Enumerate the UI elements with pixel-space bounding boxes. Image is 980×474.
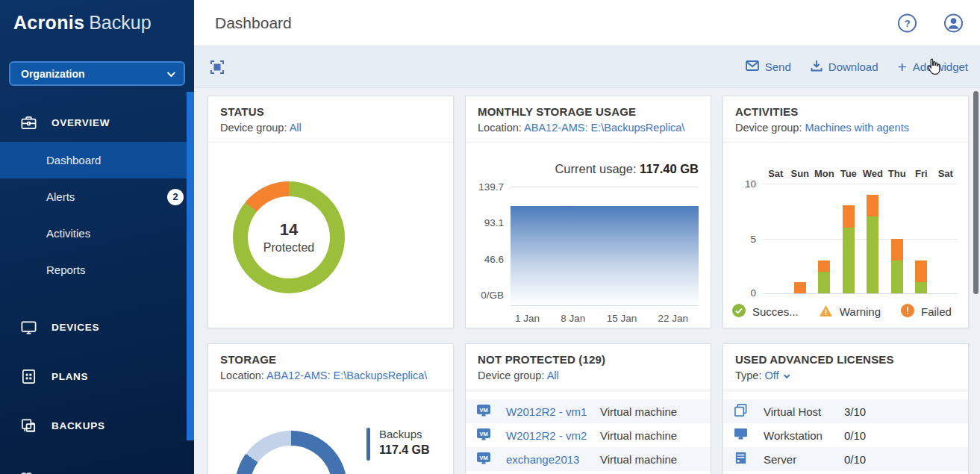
machine-row[interactable]: VM W2012R2 - vm1 Virtual machine [466,399,711,423]
status-title: STATUS [220,105,441,118]
machine-row[interactable]: VM W2012R2 - vm2 Virtual machine [466,423,711,447]
success-circle-icon [732,304,746,319]
location-link[interactable]: ABA12-AMS: E:\BackupsReplica\ [524,122,684,134]
status-donut: 14 Protected [233,181,345,293]
sidebar-item-label: Dashboard [46,154,101,166]
page-title: Dashboard [215,14,292,32]
brand-light: Backup [89,12,151,33]
monthly-storage-widget: MONTHLY STORAGE USAGE Location: ABA12-AM… [465,96,711,328]
machine-row[interactable]: VM exchange2013 Virtual machine [466,447,711,471]
overview-icon [20,114,37,131]
sidebar-scrollbar[interactable] [187,92,194,440]
activities-chart: 10 5 0 [764,184,958,294]
vm-icon: VM [476,404,506,420]
download-label: Download [828,60,878,73]
devices-icon [20,319,37,336]
dashboard-toolbar: Send Download + Add widget [194,46,980,88]
not-protected-title: NOT PROTECTED (129) [478,353,699,366]
location-link[interactable]: ABA12-AMS: E:\BackupsReplica\ [266,369,427,381]
help-button[interactable]: ? [897,13,917,33]
sidebar-item-reports[interactable]: Reports [0,252,194,288]
add-widget-label: Add widget [913,60,968,73]
backups-value: 117.4 GB [379,442,430,458]
sidebar-item-overview[interactable]: OVERVIEW [0,103,194,142]
activities-bars [764,184,958,293]
svg-text:?: ? [904,17,910,28]
add-widget-button[interactable]: + Add widget [898,60,968,73]
activities-widget: ACTIVITIES Device group: Machines with a… [722,96,969,328]
sidebar-item-plans[interactable]: PLANS [0,357,194,396]
backups-label: Backups [379,426,430,442]
backups-icon [20,417,37,434]
current-usage-value: 117.40 GB [640,162,699,175]
type-filter-link[interactable]: Off [765,369,779,381]
dashboard-content: STATUS Device group: All 14 Protected [194,88,980,474]
sidebar-item-alerts[interactable]: Alerts 2 [0,178,194,215]
not-protected-subtitle: Device group: All [478,369,699,381]
licenses-subtitle: Type: Off [735,369,956,381]
activity-bar-5 [891,184,903,293]
organization-selector-label: Organization [21,68,85,80]
envelope-icon [746,60,759,73]
send-button[interactable]: Send [746,60,791,73]
storage-x-axis: 1 Jan 8 Jan 15 Jan 22 Jan [515,313,688,324]
activity-bar-1 [794,184,806,293]
brand-logo: AcronisBackup [13,12,152,34]
storage-donut [235,431,347,474]
page-scrollbar[interactable] [973,91,979,294]
day-label: Wed [863,168,883,179]
storage-legend: Backups 117.4 GB [366,426,430,461]
sidebar-item-label: BACKUPS [52,420,105,431]
plans-icon [20,368,37,385]
legend-succeeded[interactable]: Succes... [732,304,799,319]
monthly-storage-subtitle: Location: ABA12-AMS: E:\BackupsReplica\ [478,122,699,134]
sidebar-item-activities[interactable]: Activities [0,215,194,252]
sidebar-item-label: PLANS [52,371,88,382]
user-account-button[interactable] [943,13,964,33]
sidebar-item-dashboard[interactable]: Dashboard [0,142,194,178]
download-button[interactable]: Download [811,60,878,74]
more-icon [20,470,38,474]
storage-area [511,206,699,305]
license-row[interactable]: Virtual Host 3/10 [723,399,968,423]
device-group-link[interactable]: All [547,369,559,381]
main-area: Dashboard ? Send [194,0,980,474]
vm-icon: VM [476,452,506,467]
svg-text:VM: VM [479,406,487,413]
licenses-title: USED ADVANCED LICENSES [735,353,956,366]
status-widget: STATUS Device group: All 14 Protected [207,96,454,328]
device-group-link[interactable]: All [290,122,302,134]
organization-selector[interactable]: Organization [9,61,185,86]
activities-subtitle: Device group: Machines with agents [735,122,956,134]
activities-legend: Succes... Warning [732,304,968,319]
sidebar-item-devices[interactable]: DEVICES [0,308,194,346]
activity-bar-7 [940,184,952,293]
activity-bar-4 [867,184,878,293]
fullscreen-button[interactable] [210,60,224,74]
license-row[interactable]: Workstation 0/10 [723,423,968,447]
page-header: Dashboard ? [194,0,980,46]
sidebar-item-label: Alerts [46,190,75,203]
alerts-count-badge: 2 [167,189,184,205]
license-row[interactable]: Server 0/10 [723,447,968,471]
day-label: Fri [915,168,928,179]
not-protected-widget: NOT PROTECTED (129) Device group: All VM… [465,343,711,474]
legend-failed[interactable]: Failed [901,304,952,319]
storage-subtitle: Location: ABA12-AMS: E:\BackupsReplica\ [220,369,441,381]
sidebar-nav: OVERVIEW Dashboard Alerts 2 Activities R… [0,103,194,445]
vm-icon: VM [476,428,506,443]
svg-text:VM: VM [479,454,487,461]
protected-count: 14 [280,220,298,240]
licenses-widget: USED ADVANCED LICENSES Type: Off Virtual… [722,343,969,474]
activities-title: ACTIVITIES [735,105,956,118]
activity-bar-3 [843,184,855,293]
monthly-storage-title: MONTHLY STORAGE USAGE [478,105,699,118]
sidebar-item-backups[interactable]: BACKUPS [0,406,194,445]
chevron-down-icon [783,372,789,378]
plus-icon: + [898,62,907,72]
device-group-link[interactable]: Machines with agents [805,122,909,134]
activity-bar-2 [818,184,830,293]
protected-label: Protected [263,241,314,255]
workstation-icon [734,428,764,443]
legend-warning[interactable]: Warning [819,305,881,319]
